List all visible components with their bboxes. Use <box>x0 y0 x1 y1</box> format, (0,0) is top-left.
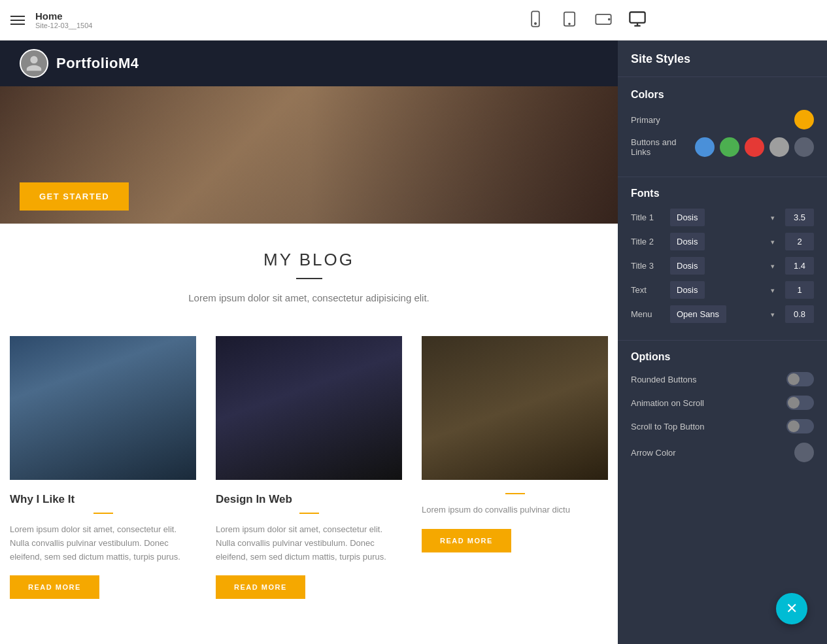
blog-card-text-2: Lorem ipsum dolor sit amet, consectetur … <box>216 523 402 564</box>
font-label-title1: Title 1 <box>631 212 665 222</box>
blog-subtitle: Lorem ipsum dolor sit amet, consectetur … <box>13 292 605 303</box>
colors-section-title: Colors <box>631 89 814 101</box>
fab-icon: ✕ <box>786 600 798 617</box>
blog-card-3: Lorem ipsum do convallis pulvinar dictu … <box>412 336 618 612</box>
font-row-title3: Title 3 Dosis <box>631 257 814 275</box>
blog-card-title-1: Why I Like It <box>10 493 196 506</box>
options-section: Options Rounded Buttons Animation on Scr… <box>618 341 827 482</box>
buttons-links-label: Buttons and Links <box>631 137 695 157</box>
sidebar-title: Site Styles <box>631 52 814 66</box>
site-header: PortfolioM4 <box>0 41 618 86</box>
desktop-icon[interactable] <box>628 10 647 31</box>
font-row-title1: Title 1 Dosis <box>631 209 814 226</box>
color-swatch-darkgray[interactable] <box>794 137 814 157</box>
color-swatch-gray[interactable] <box>769 137 789 157</box>
primary-color-swatch[interactable] <box>794 110 814 129</box>
svg-point-3 <box>569 23 570 24</box>
font-select-title1[interactable]: Dosis <box>670 209 705 226</box>
logo-area: PortfolioM4 <box>20 49 139 78</box>
font-label-menu: Menu <box>631 309 665 319</box>
font-row-text: Text Dosis <box>631 281 814 299</box>
tablet-icon[interactable] <box>560 10 579 31</box>
animation-scroll-label: Animation on Scroll <box>631 398 704 408</box>
svg-rect-6 <box>630 12 645 22</box>
font-label-title2: Title 2 <box>631 237 665 246</box>
color-swatch-green[interactable] <box>720 137 739 157</box>
blog-card-divider-2 <box>299 513 319 514</box>
animation-scroll-row: Animation on Scroll <box>631 396 814 410</box>
font-label-text: Text <box>631 285 665 295</box>
blog-divider <box>296 278 322 279</box>
primary-color-row: Primary <box>631 110 814 129</box>
arrow-color-swatch[interactable] <box>794 443 814 462</box>
scroll-top-label: Scroll to Top Button <box>631 422 705 432</box>
rounded-buttons-row: Rounded Buttons <box>631 372 814 386</box>
rounded-buttons-knob <box>788 373 800 385</box>
font-size-menu[interactable] <box>785 305 814 323</box>
fonts-section: Fonts Title 1 Dosis Title 2 Dosis <box>618 177 827 341</box>
page-title: Home <box>35 10 516 22</box>
font-size-title1[interactable] <box>785 209 814 226</box>
blog-card-image-1 <box>10 336 196 480</box>
get-started-button[interactable]: GET STARTED <box>20 182 129 211</box>
font-select-wrap-text: Dosis <box>670 281 780 299</box>
font-select-title3[interactable]: Dosis <box>670 257 705 275</box>
font-row-menu: Menu Open Sans <box>631 305 814 323</box>
primary-label: Primary <box>631 115 660 125</box>
options-section-title: Options <box>631 351 814 363</box>
font-row-title2: Title 2 Dosis <box>631 233 814 250</box>
mobile-icon[interactable] <box>526 10 545 31</box>
blog-card-image-3 <box>422 336 608 480</box>
logo-avatar <box>20 49 48 78</box>
arrow-color-label: Arrow Color <box>631 448 676 458</box>
blog-card-text-3: Lorem ipsum do convallis pulvinar dictu <box>422 503 608 517</box>
top-bar: Home Site-12-03__1504 <box>0 0 827 41</box>
scroll-top-toggle[interactable] <box>786 419 814 433</box>
hamburger-menu[interactable] <box>10 16 25 25</box>
rounded-buttons-toggle[interactable] <box>786 372 814 386</box>
blog-card-2: Design In Web Lorem ipsum dolor sit amet… <box>206 336 412 612</box>
page-info: Home Site-12-03__1504 <box>35 10 516 29</box>
read-more-button-1[interactable]: READ MORE <box>10 575 99 599</box>
svg-point-5 <box>609 18 610 20</box>
read-more-button-2[interactable]: READ MORE <box>216 575 305 599</box>
tablet-landscape-icon[interactable] <box>594 10 613 31</box>
color-swatch-blue[interactable] <box>695 137 715 157</box>
blog-section: MY BLOG Lorem ipsum dolor sit amet, cons… <box>0 224 618 336</box>
color-swatch-red[interactable] <box>745 137 764 157</box>
blog-card-text-1: Lorem ipsum dolor sit amet, consectetur … <box>10 523 196 564</box>
blog-title: MY BLOG <box>13 250 605 270</box>
font-select-wrap-title2: Dosis <box>670 233 780 250</box>
blog-card-1: Why I Like It Lorem ipsum dolor sit amet… <box>0 336 206 612</box>
blog-grid: Why I Like It Lorem ipsum dolor sit amet… <box>0 336 618 612</box>
blog-card-divider-3 <box>505 493 525 494</box>
sidebar-header: Site Styles <box>618 41 827 77</box>
font-select-wrap-title3: Dosis <box>670 257 780 275</box>
colors-section: Colors Primary Buttons and Links <box>618 77 827 177</box>
fab-button[interactable]: ✕ <box>776 593 807 624</box>
fonts-section-title: Fonts <box>631 188 814 199</box>
font-select-title2[interactable]: Dosis <box>670 233 705 250</box>
animation-scroll-toggle[interactable] <box>786 396 814 410</box>
page-subtitle: Site-12-03__1504 <box>35 22 516 29</box>
font-size-title2[interactable] <box>785 233 814 250</box>
logo-text: PortfolioM4 <box>56 55 139 72</box>
color-swatches <box>695 137 814 157</box>
blog-card-divider-1 <box>93 513 113 514</box>
rounded-buttons-label: Rounded Buttons <box>631 375 696 384</box>
read-more-button-3[interactable]: READ MORE <box>422 529 511 552</box>
arrow-color-row: Arrow Color <box>631 443 814 462</box>
sidebar: Site Styles Colors Primary Buttons and L… <box>618 41 827 644</box>
font-size-title3[interactable] <box>785 257 814 275</box>
font-select-wrap-menu: Open Sans <box>670 305 780 323</box>
font-label-title3: Title 3 <box>631 261 665 271</box>
buttons-links-row: Buttons and Links <box>631 137 814 157</box>
font-size-text[interactable] <box>785 281 814 299</box>
scroll-top-knob <box>788 420 800 432</box>
preview-area: PortfolioM4 GET STARTED MY BLOG Lorem ip… <box>0 41 618 644</box>
font-select-wrap-title1: Dosis <box>670 209 780 226</box>
blog-card-title-2: Design In Web <box>216 493 402 506</box>
font-select-menu[interactable]: Open Sans <box>670 305 726 323</box>
font-select-text[interactable]: Dosis <box>670 281 705 299</box>
main-layout: PortfolioM4 GET STARTED MY BLOG Lorem ip… <box>0 41 827 644</box>
